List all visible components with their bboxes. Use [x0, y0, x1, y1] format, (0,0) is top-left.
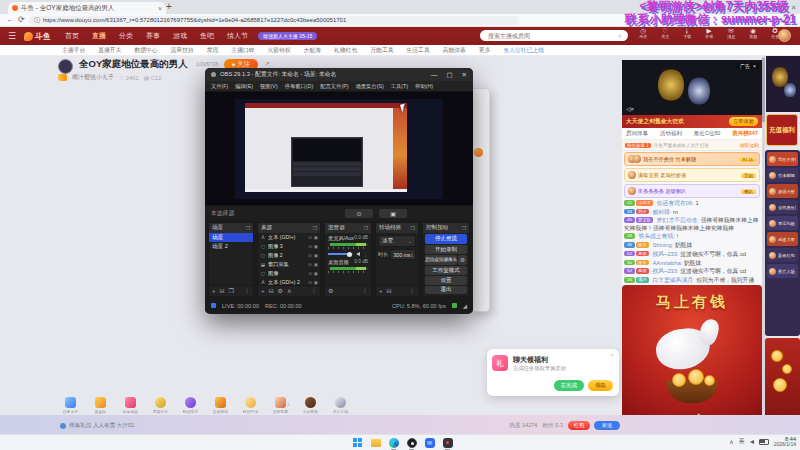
menu-file[interactable]: 文件(F) [211, 83, 228, 90]
claim-benefit-button[interactable]: 领取福利 [740, 142, 759, 148]
chat-username[interactable]: AAmitabha: [652, 260, 682, 266]
scrollbar-thumb[interactable] [762, 58, 765, 122]
url-box[interactable]: ⓘ https://www.douyu.com/63136?_r=0.57280… [29, 16, 519, 25]
obs-titlebar[interactable]: OBS 29.1.3 - 配置文件: 未命名 - 场景: 未命名 — ▢ ✕ [205, 68, 473, 81]
reward-toast[interactable]: 礼 聊天领福利 完成任务领取专属奖励 × 去完成 领取 [487, 349, 619, 396]
subnav-item[interactable]: 数据中心 [134, 46, 157, 55]
menu-view[interactable]: 视图(V) [260, 83, 278, 90]
source-item[interactable]: ▢图像 3⊙▣ [258, 242, 320, 251]
lock-icon[interactable]: ▣ [314, 244, 318, 249]
virtual-camera-gear-icon[interactable]: ⚙ [458, 255, 467, 265]
tray-expand-icon[interactable]: ∧ [729, 438, 733, 445]
obs-taskbar-icon[interactable] [406, 437, 417, 448]
rail-row[interactable]: 感谢大哥 [767, 232, 798, 246]
lock-icon[interactable]: ▣ [314, 235, 318, 240]
browser-tab[interactable]: 斗鱼 - 全OY家庭地位最高的男人 × [8, 2, 166, 14]
mute-icon[interactable]: ◁× [626, 105, 634, 112]
remove-icon[interactable]: ⊟ [220, 288, 225, 294]
popout-icon[interactable]: ❐ [313, 225, 317, 231]
lock-icon[interactable]: ▣ [314, 271, 318, 276]
eye-icon[interactable]: ⊙ [308, 244, 312, 249]
tab-activity[interactable]: 活动福利 [660, 130, 682, 137]
danmu-hint[interactable]: 弹幕礼仪 人人有责 大厅01 [69, 422, 509, 430]
float-widget-dot[interactable] [474, 148, 483, 157]
activity-entry[interactable]: 摇金砖 [90, 397, 110, 414]
nav-games[interactable]: 游戏 [173, 31, 187, 41]
start-button[interactable] [352, 437, 363, 448]
menu-edit[interactable]: 编辑(E) [235, 83, 253, 90]
eye-icon[interactable]: ⊙ [308, 280, 312, 285]
transition-select[interactable]: 淡变⌄ [378, 235, 416, 247]
chat-username[interactable]: 梦幻才不忍动道: [657, 217, 699, 223]
file-explorer-icon[interactable] [370, 437, 381, 448]
studio-mode-button[interactable]: 工作室模式 [425, 266, 467, 276]
chat-username[interactable]: 你还有现在06: [657, 200, 694, 206]
search-box[interactable]: ⌕ [480, 30, 628, 41]
rail-row[interactable]: 新春红包 [767, 248, 798, 262]
more-icon[interactable]: ⋮ [409, 288, 415, 294]
add-icon[interactable]: + [261, 288, 265, 294]
rail-row[interactable]: 幸运礼物 [767, 216, 798, 230]
start-virtual-camera-button[interactable]: 启动虚拟摄像头 [425, 255, 457, 265]
recharge-promo-box[interactable]: 充值福利 [766, 114, 798, 146]
subnav-item[interactable]: 礼物红包 [334, 46, 357, 55]
eye-icon[interactable]: ⊙ [308, 235, 312, 240]
subnav-item[interactable]: 主播平台 [62, 46, 85, 55]
site-info-icon[interactable]: ⓘ [34, 17, 40, 23]
chat-username[interactable]: 残风~233: [652, 268, 678, 274]
lock-icon[interactable]: ▣ [314, 253, 318, 258]
game-app-icon[interactable] [442, 437, 453, 448]
support-button[interactable]: ◉客服 [746, 28, 760, 39]
preview-tool-button[interactable]: ▣ [379, 209, 407, 218]
move-up-icon[interactable]: ∧ [287, 288, 291, 294]
chat-username[interactable]: 白羊是诚风满月: [652, 277, 694, 283]
stepper-arrows-icon[interactable]: ↕ [410, 252, 413, 258]
claim-button[interactable]: 领取 [588, 380, 613, 391]
header-promo-pill[interactable]: 最强新人大主播 05-15 [258, 32, 317, 40]
close-icon[interactable]: ✕ [462, 71, 467, 79]
tab-vip[interactable]: 贵宾榜247 [732, 130, 758, 137]
mixer-settings-gear-icon[interactable]: ⚙ [328, 288, 333, 294]
volume-slider[interactable] [328, 253, 353, 255]
duration-stepper[interactable]: 300 ms↕ [390, 249, 416, 260]
activity-entry[interactable]: 决斗之城 [330, 397, 350, 414]
ad-banner-button[interactable]: 立即体验 [729, 117, 758, 126]
popout-icon[interactable]: ❐ [246, 225, 250, 231]
stop-streaming-button[interactable]: 停止推流 [425, 234, 467, 244]
streamer-name[interactable]: 椰汁樱桃小丸子 [72, 73, 114, 82]
tab-danmu[interactable]: 房间弹幕 [626, 130, 648, 137]
subnav-item[interactable]: 发现 [207, 46, 219, 55]
activity-entry[interactable]: 粉丝约场 [240, 397, 260, 414]
source-item[interactable]: A文本 (GDI+) 2⊙▣ [258, 278, 320, 285]
activity-entry[interactable]: 互动挑战 [210, 397, 230, 414]
menu-docks[interactable]: 停靠窗口(D) [285, 83, 314, 90]
eye-icon[interactable]: ⊙ [308, 271, 312, 276]
exit-button[interactable]: 退出 [425, 286, 467, 295]
room-avatar[interactable] [58, 59, 73, 74]
activity-entry[interactable]: 少女盛典 [300, 397, 320, 414]
lock-icon[interactable]: ▣ [314, 280, 318, 285]
chat-username[interactable]: 都邦得: [652, 209, 671, 215]
rail-row[interactable]: 贵宾入场 [767, 264, 798, 278]
subnav-item[interactable]: 万能工具 [370, 46, 393, 55]
preview-tool-button[interactable]: ⊙ [345, 209, 373, 218]
reload-icon[interactable]: ⟳ [18, 16, 25, 24]
activity-entry[interactable]: 秀蛋日卡 [150, 397, 170, 414]
search-icon[interactable]: ⌕ [618, 32, 622, 40]
user-avatar[interactable] [778, 29, 791, 42]
subnav-right-link[interactable]: 鱼人公社已上线 [503, 46, 544, 55]
download-button[interactable]: ⭳下载 [680, 28, 694, 39]
speaker-icon[interactable] [356, 252, 360, 256]
ad-close-icon[interactable]: × [753, 63, 756, 69]
menu-icon[interactable]: ☰ [8, 31, 16, 41]
chat-username[interactable]: 残风~233: [652, 251, 678, 257]
obs-window[interactable]: OBS 29.1.3 - 配置文件: 未命名 - 场景: 未命名 — ▢ ✕ 文… [205, 68, 473, 314]
douyu-logo[interactable]: 斗鱼 [24, 31, 51, 42]
menu-scene-collection[interactable]: 场景集合(S) [355, 83, 383, 90]
eye-icon[interactable]: ⊙ [308, 262, 312, 267]
taskbar-clock[interactable]: 8:44 2026/1/14 [774, 436, 796, 448]
remove-icon[interactable]: ⊟ [269, 288, 274, 294]
nav-category[interactable]: 分类 [119, 31, 133, 41]
subnav-item[interactable]: 大航海 [304, 46, 321, 55]
subnav-item[interactable]: 高能弹幕 [443, 46, 466, 55]
